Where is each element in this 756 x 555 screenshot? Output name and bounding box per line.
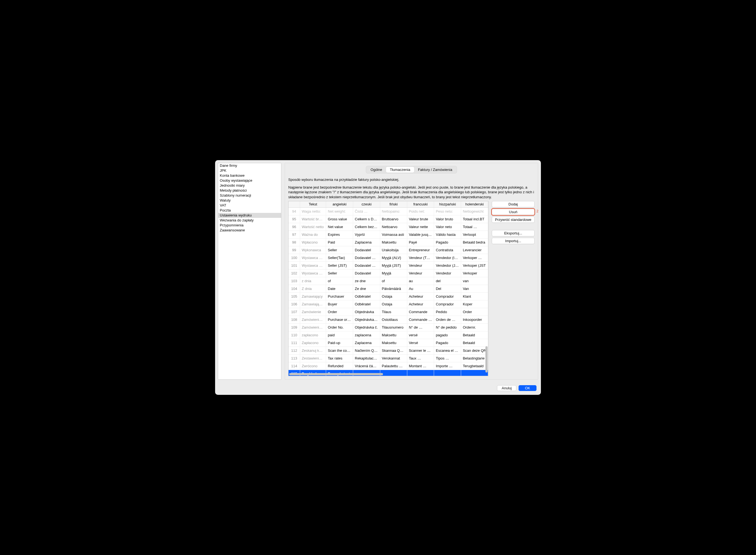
- ok-button[interactable]: OK: [519, 385, 536, 391]
- cell-translation[interactable]: Nettoarvo: [380, 223, 407, 230]
- cell-translation[interactable]: Importe …: [434, 362, 461, 370]
- cell-tekst[interactable]: z dnia: [300, 277, 326, 285]
- cell-translation[interactable]: Valeur nette: [407, 223, 434, 230]
- cell-translation[interactable]: Buyer: [326, 300, 353, 308]
- cell-translation[interactable]: Taux …: [407, 354, 434, 362]
- cell-translation[interactable]: Acheteur: [407, 300, 434, 308]
- table-row[interactable]: 110zapłaconopaidzaplacenaMaksettuversépa…: [288, 331, 488, 339]
- cell-translation[interactable]: of: [380, 277, 407, 285]
- cell-translation[interactable]: N° de …: [407, 323, 434, 331]
- cell-tekst[interactable]: Zapłacono: [300, 339, 326, 346]
- cell-translation[interactable]: Totaal …: [461, 223, 488, 230]
- cell-translation[interactable]: Zaplacena: [353, 339, 380, 346]
- cell-translation[interactable]: ze dne: [353, 277, 380, 285]
- cell-translation[interactable]: Van: [461, 285, 488, 292]
- sidebar-item[interactable]: JPK: [218, 168, 281, 173]
- sidebar-item[interactable]: Konta bankowe: [218, 173, 281, 178]
- cell-translation[interactable]: Vendeur (TVA): [407, 254, 434, 261]
- cell-tekst[interactable]: Zamawiający …: [300, 300, 326, 308]
- cell-translation[interactable]: Seller(Tax): [326, 254, 353, 261]
- cell-translation[interactable]: Ostaja: [380, 300, 407, 308]
- table-row[interactable]: 104Z dniaDateZe dnePäivämääräAuDelVan: [288, 285, 488, 292]
- cell-translation[interactable]: Verloopt: [461, 230, 488, 238]
- cell-translation[interactable]: Valor bruto: [434, 215, 461, 223]
- table-row[interactable]: 101Wystawca …Seller (JST)Dodavatel …Myyj…: [288, 261, 488, 269]
- cell-translation[interactable]: Vyprší: [353, 230, 380, 238]
- table-row[interactable]: 103z dniaofze dneofaudelvan: [288, 277, 488, 285]
- cell-tekst[interactable]: Zamówienie nr: [300, 323, 326, 331]
- cell-translation[interactable]: Palautettu …: [380, 362, 407, 370]
- cell-tekst[interactable]: Ważna do: [300, 230, 326, 238]
- cell-tekst[interactable]: Zeskanuj kod …: [300, 346, 326, 354]
- cell-translation[interactable]: Čistá …: [353, 207, 380, 215]
- cell-translation[interactable]: Betaald: [461, 331, 488, 339]
- column-header[interactable]: Tekst: [300, 201, 326, 207]
- cell-translation[interactable]: Paid-up: [326, 339, 353, 346]
- cell-translation[interactable]: Leverancier: [461, 246, 488, 254]
- cell-translation[interactable]: Tilaus: [380, 308, 407, 315]
- cell-tekst[interactable]: Wystawca …: [300, 254, 326, 261]
- cell-tekst[interactable]: Wartość netto: [300, 223, 326, 230]
- cell-translation[interactable]: Maksettu: [380, 331, 407, 339]
- table-row[interactable]: 114ZwróconoRefundedVrácená částkaPalaute…: [288, 362, 488, 370]
- cell-tekst[interactable]: Wystawca …: [300, 261, 326, 269]
- column-header[interactable]: [288, 201, 300, 207]
- cell-translation[interactable]: Comprador: [434, 292, 461, 300]
- cell-translation[interactable]: Terugbetaald: [461, 362, 488, 370]
- sidebar-item[interactable]: Przypomnienia: [218, 223, 281, 228]
- sidebar-item[interactable]: Jednostki miary: [218, 183, 281, 188]
- cell-translation[interactable]: Válido hasta: [434, 230, 461, 238]
- vscroll-thumb[interactable]: [485, 346, 488, 373]
- sidebar-item[interactable]: Wezwania do zapłaty: [218, 218, 281, 223]
- cell-translation[interactable]: Purchase order: [326, 315, 353, 323]
- cell-translation[interactable]: Commande: [407, 308, 434, 315]
- column-header[interactable]: holenderski: [461, 201, 488, 207]
- table-row[interactable]: 100Wystawca …Seller(Tax)Dodavatel …Myyjä…: [288, 254, 488, 261]
- cell-translation[interactable]: Vendedor (JST): [434, 261, 461, 269]
- cell-translation[interactable]: Koper: [461, 300, 488, 308]
- column-header[interactable]: hiszpański: [434, 201, 461, 207]
- cell-translation[interactable]: Inkooporder: [461, 315, 488, 323]
- cell-translation[interactable]: Dodavatel: [353, 246, 380, 254]
- cell-translation[interactable]: Pedido: [434, 308, 461, 315]
- cell-translation[interactable]: Order: [326, 308, 353, 315]
- cell-translation[interactable]: Au: [407, 285, 434, 292]
- sidebar-item[interactable]: Waluty: [218, 198, 281, 203]
- sidebar-item[interactable]: Ustawienia wydruku: [218, 213, 281, 218]
- table-row[interactable]: 98WpłaconoPaidZaplacenaMaksettuPayéPagad…: [288, 238, 488, 246]
- cell-translation[interactable]: Vendedor (IVA): [434, 254, 461, 261]
- cell-tekst[interactable]: Zwrócono: [300, 362, 326, 370]
- cell-translation[interactable]: Celkem s DPH: [353, 215, 380, 223]
- table-row[interactable]: 109Zamówienie nrOrder No.Objednávka č.Ti…: [288, 323, 488, 331]
- cell-translation[interactable]: Scan deze QR: [461, 346, 488, 354]
- tab[interactable]: Faktury / Zamówienia: [414, 167, 456, 173]
- remove-button[interactable]: Usuń: [492, 209, 535, 215]
- sidebar-item[interactable]: Poczta: [218, 208, 281, 213]
- cell-translation[interactable]: Urakoitsija: [380, 246, 407, 254]
- cell-translation[interactable]: Vendeur: [407, 261, 434, 269]
- table-row[interactable]: 112Zeskanuj kod …Scan the cod…Načtením Q…: [288, 346, 488, 354]
- sidebar-item[interactable]: Szablony numeracji: [218, 193, 281, 198]
- table-row[interactable]: 95Wartość bruttoGross valueCelkem s DPHB…: [288, 215, 488, 223]
- cell-translation[interactable]: Myyjä: [380, 269, 407, 277]
- table-row[interactable]: 107ZamówienieOrderObjednávkaTilausComman…: [288, 308, 488, 315]
- cell-translation[interactable]: Zaplacena: [353, 238, 380, 246]
- cell-translation[interactable]: Maksettu: [380, 238, 407, 246]
- cell-translation[interactable]: Montant …: [407, 362, 434, 370]
- horizontal-scrollbar[interactable]: [289, 373, 485, 375]
- cell-translation[interactable]: Voimassa asti: [380, 230, 407, 238]
- cell-translation[interactable]: versé: [407, 331, 434, 339]
- cell-tekst[interactable]: Wystawca …: [300, 269, 326, 277]
- cell-translation[interactable]: Seller: [326, 246, 353, 254]
- cell-tekst[interactable]: Z dnia: [300, 285, 326, 292]
- restore-default-button[interactable]: Przywróć standardowe: [492, 216, 535, 223]
- cell-translation[interactable]: Objednávka: [353, 308, 380, 315]
- cell-translation[interactable]: Contratista: [434, 246, 461, 254]
- sidebar-item[interactable]: VAT: [218, 203, 281, 208]
- cell-translation[interactable]: Tipos …: [434, 354, 461, 362]
- cell-translation[interactable]: Payé: [407, 238, 434, 246]
- cell-translation[interactable]: of: [326, 277, 353, 285]
- sidebar-item[interactable]: Zaawansowane: [218, 228, 281, 233]
- cell-tekst[interactable]: Zamówienie: [300, 308, 326, 315]
- cell-translation[interactable]: Order: [461, 308, 488, 315]
